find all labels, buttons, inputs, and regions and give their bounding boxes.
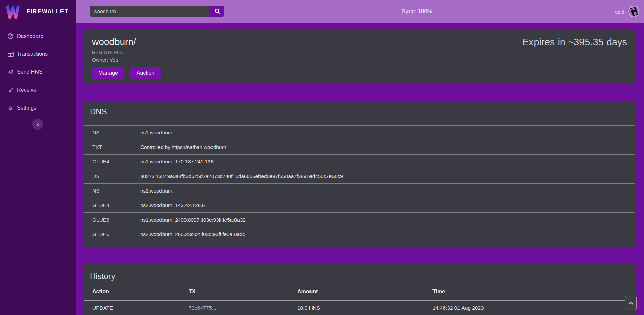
- history-col-tx: TX: [189, 289, 297, 301]
- dns-record-type: TXT: [84, 140, 140, 155]
- main-area: Sync: 100% cold woodburn/: [76, 0, 644, 315]
- receive-icon: [7, 88, 14, 93]
- history-header-row: Action TX Amount Time: [84, 289, 635, 301]
- gauge-icon: [7, 33, 14, 39]
- dns-record-value: ns2.woodburn. 143.42.128.6: [140, 198, 635, 213]
- history-col-amount: Amount: [297, 289, 432, 301]
- dns-records-table: NS ns1.woodburn. TXT Controlled by https…: [84, 125, 635, 242]
- dns-record-type: GLUE4: [84, 155, 140, 169]
- dns-record-value: ns2.woodburn. 2600:3c02::f03c:93ff:fe5a:…: [140, 227, 635, 242]
- dns-record-type: DS: [84, 169, 140, 184]
- history-time: 14:46:32 01 Aug 2023: [432, 301, 635, 315]
- history-card: History Action TX Amount Time UPDATE: [84, 264, 635, 315]
- search-input[interactable]: [90, 6, 210, 17]
- dns-record-row: NS ns2.woodburn.: [84, 184, 635, 198]
- scroll-to-top-button[interactable]: [625, 296, 637, 310]
- topbar: Sync: 100% cold: [76, 0, 644, 23]
- handshake-logo-icon: [628, 5, 640, 18]
- sidebar-nav: Dashboard Transactions Send HNS Receive: [0, 23, 76, 112]
- sidebar-item-label: Receive: [17, 87, 36, 93]
- app-title: FIREWALLET: [27, 8, 69, 15]
- app-window: FIREWALLET Dashboard Transactions Send H…: [0, 0, 644, 315]
- dns-record-row: TXT Controlled by https://nathan.woodbur…: [84, 140, 635, 155]
- tx-link[interactable]: 70e64775...: [189, 305, 216, 311]
- dns-record-value: ns1.woodburn. 170.187.241.138: [140, 155, 635, 169]
- dns-record-value: ns2.woodburn.: [140, 184, 635, 198]
- sync-status: Sync: 100%: [402, 8, 432, 15]
- dns-record-type: NS: [84, 126, 140, 140]
- dns-record-row: GLUE4 ns2.woodburn. 143.42.128.6: [84, 198, 635, 213]
- sidebar-item-dashboard[interactable]: Dashboard: [0, 32, 76, 41]
- history-col-time: Time: [432, 289, 635, 301]
- domain-owner-text: Owner: You: [92, 57, 627, 63]
- sidebar: FIREWALLET Dashboard Transactions Send H…: [0, 0, 76, 315]
- history-row: UPDATE 70e64775... 10.0 HNS 14:46:32 01 …: [84, 301, 635, 315]
- dns-record-type: GLUE4: [84, 198, 140, 213]
- dns-record-row: GLUE6 ns1.woodburn. 2400:8907::f03c:93ff…: [84, 213, 635, 227]
- dns-heading: DNS: [84, 107, 635, 116]
- gear-icon: ⚙: [7, 106, 14, 111]
- app-logo: FIREWALLET: [0, 0, 76, 23]
- dns-record-type: NS: [84, 184, 140, 198]
- dns-record-value: Controlled by https://nathan.woodburn: [140, 140, 635, 155]
- history-col-action: Action: [84, 289, 189, 301]
- search-button[interactable]: [210, 6, 224, 17]
- auction-button[interactable]: Auction: [130, 67, 161, 79]
- dns-record-row: DS 30273 13 2 9a3a8fb3d625d2a2073d740f10…: [84, 169, 635, 184]
- sidebar-item-label: Dashboard: [17, 33, 43, 39]
- sidebar-item-label: Send HNS: [17, 69, 43, 75]
- wallet-indicator[interactable]: cold: [615, 0, 640, 23]
- dns-record-type: GLUE6: [84, 213, 140, 227]
- sidebar-item-send-hns[interactable]: Send HNS: [0, 68, 76, 76]
- search-icon: [215, 8, 220, 14]
- page-content: woodburn/ REGISTERED Owner: You Manage A…: [76, 23, 644, 315]
- sidebar-item-label: Settings: [17, 105, 36, 111]
- history-action: UPDATE: [84, 301, 189, 315]
- history-table: Action TX Amount Time UPDATE 70e64775...…: [84, 289, 635, 315]
- chevron-up-icon: [628, 301, 633, 305]
- manage-button[interactable]: Manage: [92, 67, 124, 79]
- sidebar-item-receive[interactable]: Receive: [0, 86, 76, 94]
- wallet-name: cold: [615, 9, 624, 15]
- dns-record-row: GLUE4 ns1.woodburn. 170.187.241.138: [84, 155, 635, 169]
- dns-record-value: 30273 13 2 9a3a8fb3d625d2a2073d740f10da6…: [140, 169, 635, 184]
- sidebar-item-label: Transactions: [17, 51, 48, 57]
- history-heading: History: [84, 272, 635, 281]
- domain-actions: Manage Auction: [92, 67, 627, 79]
- dns-record-value: ns1.woodburn. 2400:8907::f03c:93ff:fe5a:…: [140, 213, 635, 227]
- firewallet-logo-icon: [6, 4, 20, 19]
- dns-card: DNS NS ns1.woodburn. TXT Controlled by h…: [84, 101, 635, 247]
- search-bar: [90, 6, 224, 17]
- dns-record-type: GLUE6: [84, 227, 140, 242]
- sidebar-collapse-button[interactable]: ‹: [32, 119, 43, 130]
- history-amount: 10.0 HNS: [297, 301, 432, 315]
- dns-record-row: NS ns1.woodburn.: [84, 126, 635, 140]
- send-icon: [7, 69, 14, 75]
- domain-status-badge: REGISTERED: [92, 50, 627, 55]
- dns-record-value: ns1.woodburn.: [140, 126, 635, 140]
- chevron-left-icon: ‹: [37, 121, 39, 127]
- table-icon: [7, 52, 14, 57]
- sidebar-item-transactions[interactable]: Transactions: [0, 50, 76, 59]
- dns-record-row: GLUE6 ns2.woodburn. 2600:3c02::f03c:93ff…: [84, 227, 635, 242]
- domain-card: woodburn/ REGISTERED Owner: You Manage A…: [84, 30, 635, 84]
- sidebar-item-settings[interactable]: ⚙ Settings: [0, 104, 76, 112]
- domain-expiry-text: Expires in ~395.35 days: [522, 37, 627, 48]
